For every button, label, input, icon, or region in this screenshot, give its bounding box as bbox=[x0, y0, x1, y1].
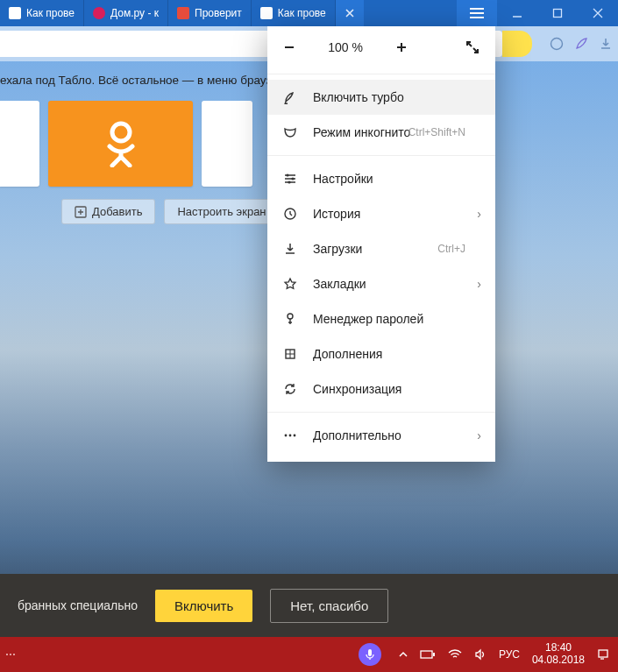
tab-0[interactable]: Как прове bbox=[0, 0, 84, 26]
svg-rect-0 bbox=[554, 10, 562, 18]
download-icon bbox=[283, 242, 299, 256]
zoom-in-button[interactable] bbox=[395, 41, 408, 53]
menu-turbo[interactable]: Включить турбо bbox=[267, 80, 495, 115]
menu-downloads[interactable]: Загрузки Ctrl+J bbox=[267, 231, 495, 266]
voice-assistant-button[interactable] bbox=[359, 643, 381, 666]
zoom-out-button[interactable] bbox=[283, 41, 295, 53]
add-label: Добавить bbox=[92, 205, 142, 218]
menu-bookmarks[interactable]: Закладки › bbox=[267, 266, 495, 301]
mask-icon bbox=[283, 125, 299, 139]
sync-icon bbox=[283, 382, 299, 396]
banner-enable-button[interactable]: Включить bbox=[155, 590, 252, 622]
clock[interactable]: 18:40 04.08.2018 bbox=[532, 642, 585, 667]
tray-chevron-icon[interactable] bbox=[399, 650, 408, 659]
titlebar: Как прове Дом.ру - к Проверит Как прове bbox=[0, 0, 618, 26]
system-tray: РУС 18:40 04.08.2018 bbox=[359, 642, 618, 667]
customize-button[interactable]: Настроить экран bbox=[164, 199, 279, 224]
favicon-icon bbox=[9, 7, 21, 19]
wifi-icon[interactable] bbox=[448, 649, 462, 660]
svg-point-5 bbox=[291, 177, 294, 180]
svg-point-6 bbox=[288, 180, 290, 183]
taskbar: ⋯ РУС 18:40 04.08.2018 bbox=[0, 637, 618, 672]
menu-passwords[interactable]: Менеджер паролей bbox=[267, 301, 495, 336]
menu-label: Загрузки bbox=[313, 242, 362, 256]
chevron-right-icon: › bbox=[477, 277, 481, 291]
tab-3[interactable]: Как прове bbox=[252, 0, 336, 26]
tile[interactable] bbox=[202, 101, 252, 187]
maximize-button[interactable] bbox=[537, 0, 578, 26]
tab-1[interactable]: Дом.ру - к bbox=[84, 0, 168, 26]
taskbar-overflow[interactable]: ⋯ bbox=[0, 648, 16, 661]
hamburger-menu-button[interactable] bbox=[457, 0, 497, 26]
dots-icon bbox=[283, 428, 299, 442]
svg-rect-15 bbox=[433, 653, 435, 656]
menu-settings[interactable]: Настройки bbox=[267, 161, 495, 196]
clock-date: 04.08.2018 bbox=[532, 654, 585, 667]
promo-banner: бранных специально Включить Нет, спасибо bbox=[0, 574, 618, 637]
new-tab-button[interactable] bbox=[336, 0, 364, 26]
chevron-right-icon: › bbox=[477, 207, 481, 221]
main-menu: 100 % Включить турбо Режим инкогнито Ctr… bbox=[267, 26, 495, 462]
wifi-icon bbox=[93, 7, 105, 19]
menu-incognito[interactable]: Режим инкогнито Ctrl+Shift+N bbox=[267, 115, 495, 150]
window-controls bbox=[497, 0, 618, 26]
tab-label: Дом.ру - к bbox=[110, 7, 159, 19]
svg-point-2 bbox=[112, 124, 130, 141]
language-indicator[interactable]: РУС bbox=[499, 648, 520, 661]
tab-label: Как прове bbox=[26, 7, 75, 19]
ok-logo-icon bbox=[101, 120, 141, 167]
chevron-right-icon: › bbox=[477, 428, 481, 442]
shortcut-hint: Ctrl+J bbox=[437, 243, 465, 255]
tab-label: Как прове bbox=[278, 7, 326, 19]
close-button[interactable] bbox=[578, 0, 618, 26]
rocket-icon bbox=[283, 90, 299, 104]
zoom-value: 100 % bbox=[328, 40, 363, 54]
downloads-icon[interactable] bbox=[593, 26, 618, 61]
fullscreen-button[interactable] bbox=[465, 40, 479, 54]
feather-icon[interactable] bbox=[569, 26, 593, 61]
menu-addons[interactable]: Дополнения bbox=[267, 336, 495, 371]
customize-label: Настроить экран bbox=[177, 205, 266, 218]
battery-icon[interactable] bbox=[420, 649, 436, 660]
svg-point-4 bbox=[286, 173, 288, 176]
tab-label: Проверит bbox=[195, 7, 242, 19]
plus-box-icon bbox=[75, 206, 87, 218]
menu-label: Синхронизация bbox=[313, 382, 401, 396]
banner-decline-button[interactable]: Нет, спасибо bbox=[270, 589, 388, 623]
clock-time: 18:40 bbox=[532, 642, 585, 654]
browser-window: Как прове Дом.ру - к Проверит Как прове … bbox=[0, 0, 618, 637]
menu-label: Включить турбо bbox=[313, 90, 404, 104]
menu-sync[interactable]: Синхронизация bbox=[267, 371, 495, 407]
svg-point-1 bbox=[551, 39, 563, 50]
menu-label: История bbox=[313, 207, 360, 221]
svg-point-11 bbox=[289, 435, 292, 437]
star-icon bbox=[283, 277, 299, 291]
search-button[interactable] bbox=[502, 31, 532, 57]
svg-point-8 bbox=[288, 314, 293, 319]
tab-2[interactable]: Проверит bbox=[168, 0, 252, 26]
puzzle-icon bbox=[283, 347, 299, 361]
favicon-icon bbox=[260, 7, 273, 19]
menu-label: Менеджер паролей bbox=[313, 312, 423, 326]
svg-point-10 bbox=[285, 435, 288, 437]
svg-rect-13 bbox=[368, 649, 372, 656]
favicon-icon bbox=[177, 7, 189, 19]
banner-text: бранных специально bbox=[18, 598, 138, 612]
minimize-button[interactable] bbox=[497, 0, 537, 26]
zoom-row: 100 % bbox=[267, 26, 495, 68]
notifications-button[interactable] bbox=[597, 648, 609, 661]
tile-odnoklassniki[interactable] bbox=[48, 101, 193, 187]
volume-icon[interactable] bbox=[474, 648, 487, 661]
menu-more[interactable]: Дополнительно › bbox=[267, 418, 495, 453]
menu-history[interactable]: История › bbox=[267, 196, 495, 231]
extension-icon[interactable] bbox=[544, 26, 569, 61]
svg-point-12 bbox=[294, 435, 296, 437]
menu-label: Дополнения bbox=[313, 347, 382, 361]
tile[interactable] bbox=[0, 101, 39, 187]
sliders-icon bbox=[283, 172, 299, 186]
add-tile-button[interactable]: Добавить bbox=[61, 199, 155, 224]
key-icon bbox=[283, 312, 299, 326]
menu-label: Настройки bbox=[313, 172, 373, 186]
menu-label: Закладки bbox=[313, 277, 366, 291]
menu-label: Режим инкогнито bbox=[313, 125, 410, 139]
